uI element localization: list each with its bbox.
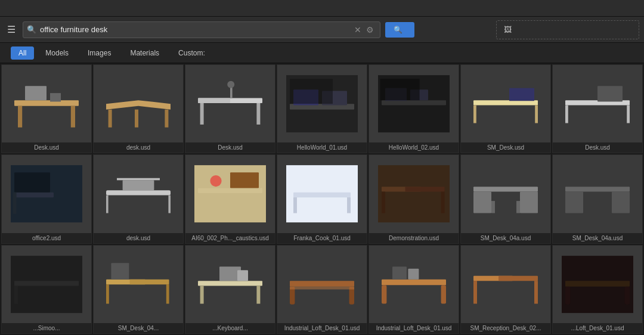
- start-deepsearch-button[interactable]: 🔍: [385, 22, 414, 38]
- svg-rect-70: [111, 263, 129, 280]
- grid-item[interactable]: Demonstration.usd: [369, 154, 459, 243]
- thumbnail: [185, 246, 275, 323]
- svg-rect-71: [198, 281, 262, 286]
- thumbnail: [2, 65, 91, 142]
- thumbnail: [461, 65, 550, 142]
- svg-rect-39: [168, 196, 171, 213]
- svg-rect-35: [14, 172, 50, 193]
- search-container: 🔍 ✕ ⚙: [23, 21, 380, 38]
- filter-materials-button[interactable]: Materials: [122, 46, 167, 60]
- search-icon: 🔍: [27, 25, 36, 34]
- svg-rect-61: [565, 192, 583, 213]
- svg-rect-65: [14, 286, 18, 303]
- svg-rect-28: [509, 88, 534, 101]
- svg-rect-80: [382, 279, 446, 285]
- svg-rect-0: [14, 100, 79, 106]
- grid-item[interactable]: AI60_002_Ph..._caustics.usd: [185, 154, 275, 243]
- grid-item[interactable]: Industrial_Loft_Desk_01.usd: [369, 245, 459, 334]
- grid-item[interactable]: Industrial_Loft_Desk_01.usd: [277, 245, 367, 334]
- svg-rect-79: [290, 286, 354, 289]
- thumbnail: [553, 246, 642, 323]
- filter-models-button[interactable]: Models: [38, 46, 76, 60]
- item-label: AI60_002_Ph..._caustics.usd: [185, 233, 275, 243]
- grid-item[interactable]: Desk.usd: [1, 64, 92, 153]
- grid-item[interactable]: ...Simoo...: [1, 245, 92, 334]
- svg-rect-86: [499, 275, 538, 280]
- clear-search-button[interactable]: ✕: [352, 25, 364, 35]
- grid-item[interactable]: SM_Desk_04...: [93, 245, 184, 334]
- item-label: Desk.usd: [185, 142, 275, 153]
- svg-rect-69: [166, 284, 169, 303]
- filter-images-button[interactable]: Images: [80, 46, 119, 60]
- item-label: SM_Desk_04a.usd: [461, 233, 550, 243]
- grid-item[interactable]: desk.usd: [93, 154, 184, 243]
- thumbnail: [553, 65, 642, 142]
- filter-options-button[interactable]: ⚙: [364, 25, 376, 35]
- svg-rect-32: [597, 86, 623, 101]
- item-label: HelloWorld_02.usd: [369, 142, 459, 153]
- results-grid: Desk.usd desk.usd Desk.usd HelloWorld_01…: [0, 63, 644, 335]
- svg-rect-67: [130, 279, 169, 284]
- grid-item[interactable]: Desk.usd: [185, 64, 275, 153]
- toolbar: ☰ 🔍 ✕ ⚙ 🔍 🖼: [0, 17, 644, 43]
- thumbnail: [185, 155, 275, 232]
- svg-rect-50: [378, 165, 450, 222]
- svg-rect-45: [230, 172, 259, 188]
- svg-rect-91: [565, 286, 570, 304]
- drag-drop-area[interactable]: 🖼: [496, 20, 639, 39]
- svg-rect-43: [198, 188, 262, 193]
- item-label: Industrial_Loft_Desk_01.usd: [277, 323, 367, 333]
- filter-custom-button[interactable]: Custom:: [171, 46, 213, 60]
- svg-rect-60: [565, 187, 630, 191]
- svg-point-14: [227, 81, 234, 88]
- svg-rect-82: [441, 285, 446, 303]
- svg-rect-12: [256, 103, 260, 125]
- hamburger-button[interactable]: ☰: [5, 21, 18, 38]
- grid-item[interactable]: Desk.usd: [552, 64, 643, 153]
- svg-rect-47: [293, 193, 351, 197]
- svg-rect-52: [405, 187, 445, 191]
- deepsearch-icon: 🔍: [394, 26, 402, 34]
- svg-rect-10: [198, 98, 230, 103]
- svg-rect-83: [392, 266, 407, 280]
- thumbnail: [185, 65, 275, 142]
- svg-rect-73: [256, 286, 260, 303]
- svg-rect-27: [535, 106, 538, 123]
- drag-drop-icon: 🖼: [504, 25, 512, 34]
- grid-item[interactable]: ...Loft_Desk_01.usd: [552, 245, 643, 334]
- item-label: SM_Desk_04...: [94, 323, 183, 333]
- item-label: desk.usd: [94, 233, 183, 243]
- grid-item[interactable]: ...Keyboard...: [185, 245, 275, 334]
- item-label: ...Keyboard...: [185, 323, 275, 333]
- hamburger-icon: ☰: [7, 24, 16, 35]
- thumbnail: [369, 65, 459, 142]
- thumbnail: [94, 65, 183, 142]
- grid-item[interactable]: office2.usd: [1, 154, 92, 243]
- svg-rect-38: [106, 196, 109, 213]
- thumbnail: [277, 65, 367, 142]
- svg-rect-55: [473, 187, 538, 191]
- item-label: Industrial_Loft_Desk_01.usd: [369, 323, 459, 333]
- grid-item[interactable]: desk.usd: [93, 64, 184, 153]
- svg-rect-53: [382, 192, 385, 213]
- grid-item[interactable]: SM_Desk_04a.usd: [460, 154, 551, 243]
- svg-rect-48: [293, 197, 297, 213]
- grid-item[interactable]: HelloWorld_02.usd: [369, 64, 459, 153]
- svg-rect-68: [106, 284, 109, 303]
- item-label: HelloWorld_01.usd: [277, 142, 367, 153]
- grid-item[interactable]: HelloWorld_01.usd: [277, 64, 367, 153]
- item-label: office2.usd: [2, 233, 91, 243]
- filters-bar: All Models Images Materials Custom:: [0, 43, 644, 63]
- search-input[interactable]: [40, 25, 352, 34]
- svg-rect-6: [109, 110, 112, 128]
- grid-item[interactable]: SM_Desk_04a.usd: [552, 154, 643, 243]
- filter-all-button[interactable]: All: [11, 46, 34, 60]
- grid-item[interactable]: Franka_Cook_01.usd: [277, 154, 367, 243]
- svg-rect-37: [106, 190, 171, 195]
- svg-rect-58: [491, 201, 495, 213]
- grid-item[interactable]: SM_Desk.usd: [460, 64, 551, 153]
- item-label: Desk.usd: [2, 142, 91, 153]
- svg-rect-92: [625, 286, 630, 304]
- grid-item[interactable]: SM_Reception_Desk_02...: [460, 245, 551, 334]
- svg-rect-7: [165, 110, 168, 128]
